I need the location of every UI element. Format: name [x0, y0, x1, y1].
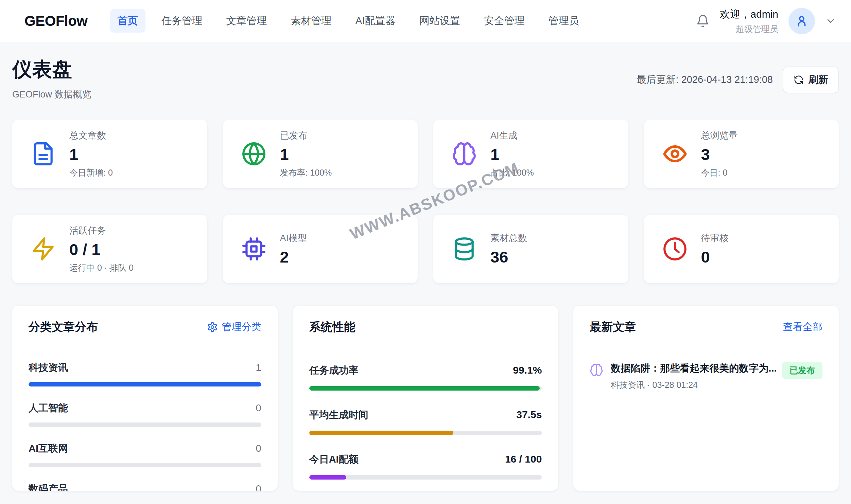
refresh-button[interactable]: 刷新	[783, 67, 839, 93]
nav-item-security[interactable]: 安全管理	[476, 9, 532, 33]
metric-progress-fill	[309, 386, 540, 391]
category-count: 0	[256, 402, 261, 414]
cpu-icon	[241, 236, 266, 262]
top-navigation-bar: GEOFlow 首页 任务管理 文章管理 素材管理 AI配置器 网站设置 安全管…	[0, 0, 851, 42]
metric-progress-track	[309, 475, 542, 480]
user-role: 超级管理员	[720, 23, 778, 35]
manage-categories-label: 管理分类	[222, 320, 261, 334]
metric-progress-fill	[309, 431, 453, 435]
category-progress-track	[29, 422, 261, 427]
manage-categories-link[interactable]: 管理分类	[207, 320, 261, 334]
welcome-text: 欢迎，admin	[720, 7, 778, 21]
stat-value: 1	[69, 145, 113, 164]
category-progress-track	[29, 463, 261, 467]
metric-row: 今日AI配额 16 / 100	[309, 453, 542, 480]
refresh-label: 刷新	[809, 73, 828, 87]
avatar[interactable]	[788, 8, 815, 34]
view-all-link[interactable]: 查看全部	[783, 320, 822, 334]
nav-item-ai-config[interactable]: AI配置器	[348, 9, 403, 33]
page-subtitle: GEOFlow 数据概览	[12, 88, 91, 101]
main-nav: 首页 任务管理 文章管理 素材管理 AI配置器 网站设置 安全管理 管理员	[110, 9, 587, 33]
category-count: 1	[256, 362, 261, 373]
stat-card-pending-review: 待审核 0	[644, 215, 839, 283]
category-name: 数码产品	[29, 482, 68, 491]
category-progress-fill	[29, 382, 261, 386]
metric-progress-fill	[309, 475, 347, 480]
article-list-item[interactable]: 数据陷阱：那些看起来很美的数字为... 科技资讯 · 03-28 01:24 已…	[590, 361, 822, 391]
article-meta: 科技资讯 · 03-28 01:24	[611, 379, 777, 391]
eye-icon	[662, 141, 688, 166]
last-update-text: 最后更新: 2026-04-13 21:19:08	[637, 73, 773, 87]
article-title: 数据陷阱：那些看起来很美的数字为...	[611, 362, 777, 375]
brain-icon	[452, 141, 477, 166]
clock-icon	[662, 236, 688, 262]
stat-value: 0	[701, 248, 729, 266]
stat-card-total-materials: 素材总数 36	[433, 215, 628, 283]
stat-sub: 运行中 0 · 排队 0	[69, 262, 134, 273]
nav-item-materials[interactable]: 素材管理	[283, 9, 339, 33]
nav-item-articles[interactable]: 文章管理	[219, 9, 275, 33]
stat-card-total-views: 总浏览量 3 今日: 0	[644, 120, 839, 188]
system-performance-panel: 系统性能 任务成功率 99.1% 平均生成时间 37.5s	[293, 306, 558, 491]
database-icon	[452, 236, 477, 262]
metric-value: 99.1%	[513, 364, 542, 376]
stat-value: 1	[280, 145, 332, 164]
stat-cards-grid: 总文章数 1 今日新增: 0 已发布 1 发布率: 100%	[12, 120, 839, 283]
stat-sub: 占比: 100%	[490, 167, 534, 178]
stat-label: 总浏览量	[701, 129, 738, 142]
nav-item-tasks[interactable]: 任务管理	[154, 9, 210, 33]
metric-label: 平均生成时间	[309, 408, 368, 422]
user-info: 欢迎，admin 超级管理员	[720, 7, 778, 35]
stat-value: 0 / 1	[69, 240, 134, 259]
stat-label: AI生成	[490, 129, 534, 142]
page-title: 仪表盘	[12, 56, 91, 83]
chevron-down-icon[interactable]	[825, 16, 836, 26]
category-name: 人工智能	[29, 401, 68, 415]
globe-icon	[241, 141, 266, 166]
metric-value: 16 / 100	[505, 453, 542, 465]
notification-bell-icon[interactable]	[696, 14, 710, 28]
stat-label: 活跃任务	[69, 224, 134, 237]
file-text-icon	[31, 141, 56, 166]
category-name: 科技资讯	[29, 361, 68, 375]
zap-icon	[31, 236, 56, 262]
category-count: 0	[256, 443, 261, 454]
user-icon	[795, 14, 809, 28]
metric-label: 任务成功率	[309, 364, 359, 377]
stat-sub: 今日: 0	[701, 167, 738, 178]
stat-card-ai-models: AI模型 2	[223, 215, 418, 283]
page-title-block: 仪表盘 GEOFlow 数据概览	[12, 56, 91, 101]
bottom-panels: 分类文章分布 管理分类 科技资讯 1	[12, 306, 839, 491]
stat-card-active-tasks: 活跃任务 0 / 1 运行中 0 · 排队 0	[12, 215, 207, 283]
stat-card-ai-generated: AI生成 1 占比: 100%	[433, 120, 628, 188]
nav-item-site-settings[interactable]: 网站设置	[412, 9, 468, 33]
stat-value: 36	[490, 248, 527, 266]
metric-row: 平均生成时间 37.5s	[309, 408, 542, 435]
stat-value: 1	[490, 145, 534, 164]
category-progress-track	[29, 382, 261, 386]
category-name: AI互联网	[29, 442, 68, 455]
stat-label: 已发布	[280, 129, 332, 142]
brand-logo: GEOFlow	[24, 13, 88, 29]
category-count: 0	[256, 483, 261, 491]
stat-sub: 发布率: 100%	[280, 167, 332, 178]
stat-card-published: 已发布 1 发布率: 100%	[223, 120, 418, 188]
metric-progress-track	[309, 431, 542, 435]
brain-icon	[590, 363, 603, 377]
stat-sub: 今日新增: 0	[69, 167, 113, 178]
stat-label: 待审核	[701, 232, 729, 244]
gear-icon	[207, 322, 218, 332]
category-row: AI互联网 0	[29, 442, 261, 467]
category-row: 数码产品 0	[29, 482, 261, 491]
stat-label: 素材总数	[490, 232, 527, 244]
panel-title: 系统性能	[309, 319, 355, 335]
category-distribution-panel: 分类文章分布 管理分类 科技资讯 1	[12, 306, 278, 491]
latest-articles-panel: 最新文章 查看全部 数据陷阱：那些看起来很美的数字为... 科技资讯 · 03-…	[573, 306, 839, 491]
metric-value: 37.5s	[516, 409, 542, 420]
nav-item-admin[interactable]: 管理员	[541, 9, 587, 33]
metric-row: 任务成功率 99.1%	[309, 364, 542, 391]
status-badge: 已发布	[782, 362, 822, 379]
nav-item-home[interactable]: 首页	[110, 9, 145, 33]
panel-title: 最新文章	[590, 319, 636, 335]
stat-value: 3	[701, 145, 738, 164]
